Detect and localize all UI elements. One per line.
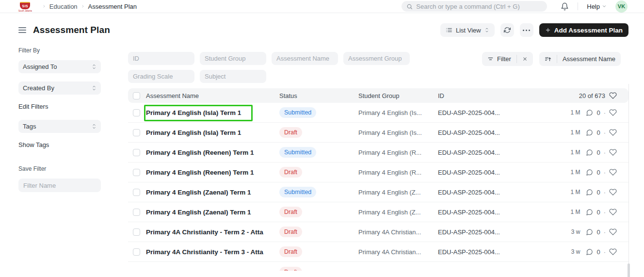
student-group-cell: Primary 4A Christian... <box>358 228 438 236</box>
show-tags-link[interactable]: Show Tags <box>18 141 128 148</box>
sort-direction-button[interactable] <box>539 52 557 66</box>
assessment-name[interactable]: Primary 4A Christianity - Term 2 - Atta <box>146 228 271 236</box>
table-row[interactable]: Primary 4A Christianity - Term 2 - Atta … <box>128 222 628 242</box>
search-icon <box>406 3 413 10</box>
sort-field-button[interactable]: Assessment Name <box>557 52 621 66</box>
table-row[interactable]: Primary 4 English (Isla) Term 1 Draft Pr… <box>128 123 628 143</box>
comment-count: 0 <box>596 189 600 196</box>
id-cell: EDU-ASP-2025-004... <box>438 109 556 116</box>
filter-field-assessment-group[interactable] <box>343 52 410 65</box>
assessment-name[interactable]: Primary 4 English (Zaenal) Term 1 <box>146 209 271 216</box>
meta-separator: · <box>604 189 606 196</box>
row-checkbox[interactable] <box>133 248 140 256</box>
app-logo[interactable]: SIS South Jakarta <box>18 2 32 12</box>
refresh-button[interactable] <box>500 23 514 37</box>
global-search[interactable] <box>402 1 547 12</box>
filter-button[interactable]: Filter <box>482 52 516 66</box>
filter-field-id[interactable] <box>128 52 194 65</box>
heart-icon[interactable] <box>609 208 617 216</box>
status-badge: Submitted <box>279 187 316 197</box>
table-row[interactable]: Primary 4 English (Isla) Term 1 Submitte… <box>128 103 628 123</box>
row-checkbox[interactable] <box>133 189 140 196</box>
meta-separator: · <box>604 248 606 256</box>
heart-icon[interactable] <box>609 129 617 136</box>
id-cell: EDU-ASP-2025-004... <box>438 129 556 136</box>
filter-name-input[interactable] <box>18 179 101 192</box>
comment-count: 0 <box>596 228 600 236</box>
chevron-up-down-icon <box>484 27 489 33</box>
assigned-to-select[interactable]: Assigned To <box>18 60 101 73</box>
help-menu[interactable]: Help <box>587 3 607 10</box>
row-checkbox[interactable] <box>133 228 140 236</box>
search-input[interactable] <box>416 3 542 10</box>
comment-icon[interactable] <box>586 228 593 236</box>
modified-label: 1 M <box>570 209 580 215</box>
comment-icon[interactable] <box>586 149 593 156</box>
add-assessment-plan-button[interactable]: Add Assessment Plan <box>539 23 628 37</box>
assessment-name[interactable]: Primary 4 English (Isla) Term 1 <box>146 109 271 116</box>
close-icon <box>522 56 528 62</box>
ellipsis-icon <box>523 30 530 31</box>
chevron-right-icon <box>42 4 46 8</box>
plus-icon <box>545 27 551 33</box>
filter-field-assessment-name[interactable] <box>272 52 338 65</box>
assessment-name[interactable]: Primary 4 English (Isla) Term 1 <box>146 129 271 136</box>
table-row[interactable]: Primary 4 English (Zaenal) Term 1 Submit… <box>128 182 628 202</box>
heart-icon[interactable] <box>609 92 617 99</box>
table-row[interactable]: Primary 4A Christianity - Term 3 - Atta … <box>128 242 628 262</box>
clear-filter-button[interactable] <box>517 52 533 66</box>
comment-icon[interactable] <box>586 129 593 136</box>
column-student-group[interactable]: Student Group <box>358 92 438 99</box>
edit-filters-link[interactable]: Edit Filters <box>18 103 128 110</box>
row-checkbox[interactable] <box>133 109 140 116</box>
assessment-name[interactable]: Primary 4 English (Reenen) Term 1 <box>146 169 271 176</box>
view-switcher-button[interactable]: List View <box>440 23 495 37</box>
user-avatar[interactable]: VK <box>615 0 628 13</box>
heart-icon[interactable] <box>609 148 617 156</box>
comment-icon[interactable] <box>586 248 593 256</box>
top-navbar: SIS South Jakarta Education Assessment P… <box>0 0 644 13</box>
table-row[interactable]: Primary 4 English (Zaenal) Term 1 Draft … <box>128 202 628 222</box>
comment-icon[interactable] <box>586 169 593 176</box>
column-assessment-name[interactable]: Assessment Name <box>146 92 279 99</box>
column-id[interactable]: ID <box>438 92 556 99</box>
bell-icon[interactable] <box>561 2 569 11</box>
filter-field-student-group[interactable] <box>200 52 266 65</box>
status-badge: Draft <box>279 207 302 217</box>
meta-separator: · <box>604 209 606 216</box>
status-badge: Draft <box>279 127 302 138</box>
heart-icon[interactable] <box>609 248 617 256</box>
breadcrumb-education[interactable]: Education <box>49 3 78 10</box>
breadcrumb-assessment-plan[interactable]: Assessment Plan <box>88 3 137 10</box>
filter-area: Filter Assessment Name <box>128 52 628 83</box>
comment-icon[interactable] <box>586 189 593 196</box>
row-checkbox[interactable] <box>133 169 140 176</box>
assessment-name[interactable]: Primary 4 English (Zaenal) Term 1 <box>146 189 271 196</box>
heart-icon[interactable] <box>609 109 617 116</box>
filter-field-subject[interactable] <box>200 70 266 83</box>
created-by-select[interactable]: Created By <box>18 81 101 95</box>
row-checkbox[interactable] <box>133 209 140 216</box>
table-row[interactable]: Primary 4 English (Reenen) Term 1 Draft … <box>128 163 628 182</box>
student-group-cell: Primary 4 English (Is... <box>358 109 438 116</box>
more-options-button[interactable] <box>520 23 533 37</box>
chevron-up-down-icon <box>92 85 97 91</box>
column-status[interactable]: Status <box>279 92 358 99</box>
heart-icon[interactable] <box>609 228 617 236</box>
select-all-checkbox[interactable] <box>133 92 140 99</box>
filter-field-grading-scale[interactable] <box>128 70 194 83</box>
row-checkbox[interactable] <box>133 149 140 156</box>
heart-icon[interactable] <box>609 168 617 176</box>
comment-icon[interactable] <box>586 209 593 216</box>
assessment-name[interactable]: Primary 4 English (Reenen) Term 1 <box>146 149 271 156</box>
comment-icon[interactable] <box>586 109 593 116</box>
sidebar-toggle-icon[interactable] <box>18 26 26 34</box>
heart-icon[interactable] <box>609 188 617 196</box>
assessment-name[interactable]: Primary 4A Christianity - Term 3 - Atta <box>146 248 271 256</box>
assessment-plan-table: Assessment Name Status Student Group ID … <box>128 88 628 271</box>
sort-field-label: Assessment Name <box>563 55 615 63</box>
table-header: Assessment Name Status Student Group ID … <box>128 88 628 103</box>
tags-select[interactable]: Tags <box>18 120 101 133</box>
row-checkbox[interactable] <box>133 129 140 136</box>
table-row[interactable]: Primary 4 English (Reenen) Term 1 Submit… <box>128 143 628 163</box>
